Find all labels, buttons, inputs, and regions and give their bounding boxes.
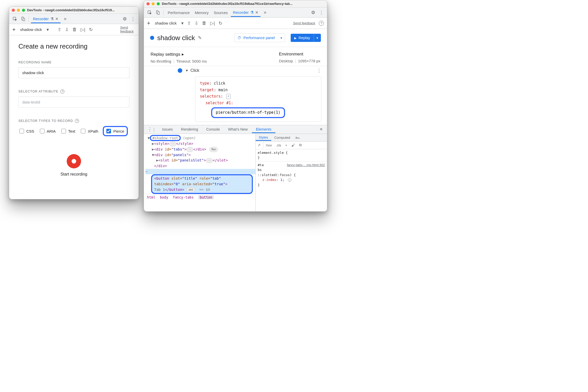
traffic-lights <box>12 9 25 12</box>
checkbox-aria[interactable]: ARIA <box>39 128 56 134</box>
traffic-lights <box>146 2 160 5</box>
crumb-html[interactable]: html <box>147 195 155 199</box>
export-icon[interactable]: ⇧ <box>58 27 61 32</box>
play-icon <box>294 36 297 40</box>
styles-computed-toggle-icon[interactable]: ⧉ <box>297 143 304 147</box>
dom-breadcrumbs[interactable]: html body fancy-tabs button <box>145 194 255 200</box>
step-over-icon[interactable]: ▷| <box>210 20 215 26</box>
step-menu-icon[interactable] <box>317 68 321 73</box>
recording-name[interactable]: shadow click <box>19 27 43 32</box>
crumb-body[interactable]: body <box>160 195 168 199</box>
selector-attribute-input[interactable] <box>18 97 129 108</box>
minimize-window-icon[interactable] <box>17 9 20 12</box>
more-tabs-icon[interactable] <box>262 9 269 16</box>
recording-dropdown-icon[interactable] <box>47 27 49 32</box>
import-icon[interactable]: ⇩ <box>65 27 69 32</box>
more-tabs-icon[interactable] <box>62 15 69 22</box>
maximize-window-icon[interactable] <box>157 2 160 5</box>
styles-tab-computed[interactable]: Computed <box>271 134 293 141</box>
shadow-root-highlight: #shadow-root <box>150 135 181 141</box>
tab-close-icon[interactable]: ✕ <box>255 10 258 15</box>
drawer-tab-rendering[interactable]: Rendering <box>177 126 202 133</box>
styles-new-rule-icon[interactable]: + <box>283 143 289 147</box>
drawer-tab-issues[interactable]: Issues <box>158 126 177 133</box>
settings-gear-icon[interactable] <box>310 9 317 16</box>
delete-icon[interactable]: 🗑 <box>202 20 207 26</box>
start-recording-button[interactable] <box>67 154 81 168</box>
inspect-icon[interactable] <box>11 15 18 22</box>
delete-icon[interactable]: 🗑 <box>72 27 77 32</box>
drawer-tab-elements[interactable]: Elements <box>252 126 275 133</box>
inspect-icon[interactable] <box>146 9 153 16</box>
styles-filter-input[interactable]: F <box>256 142 263 149</box>
step-toggle[interactable]: ▼Click <box>185 68 199 73</box>
maximize-window-icon[interactable] <box>22 9 25 12</box>
recorder-toolbar: shadow click ⇧ ⇩ 🗑 ▷| ↻ Send feedback ? <box>144 18 327 29</box>
styles-cls-toggle[interactable]: .cls <box>274 143 283 147</box>
step-details: type: click target: main selectors: ⬈ se… <box>195 76 321 122</box>
step-over-icon[interactable]: ▷| <box>81 27 85 32</box>
drawer-close-icon[interactable]: ✕ <box>317 127 325 131</box>
crumb-button[interactable]: button <box>198 195 214 199</box>
help-icon[interactable]: ? <box>75 119 79 123</box>
export-icon[interactable]: ⇧ <box>187 20 191 26</box>
replay-speed-icon[interactable]: ↻ <box>89 27 93 32</box>
tab-performance[interactable]: Performance <box>166 8 192 17</box>
send-feedback-link[interactable]: Send feedback <box>120 26 135 33</box>
help-icon[interactable]: ? <box>319 21 324 26</box>
styles-more-tabs-icon[interactable]: » <box>293 135 302 140</box>
style-rules[interactable]: element.style { } #tafancy-tabs-…mo.html… <box>256 149 327 189</box>
new-recording-icon[interactable] <box>12 26 16 33</box>
drawer-menu-icon[interactable]: ⋮ <box>145 126 158 132</box>
tab-recorder[interactable]: Recorder ⚗︎ ✕ <box>231 8 261 17</box>
selector-value-highlight: pierce/button:nth-of-type(1) <box>211 107 285 118</box>
styles-tab-styles[interactable]: Styles <box>256 134 271 141</box>
tab-sources[interactable]: Sources <box>212 8 230 17</box>
settings-gear-icon[interactable] <box>121 15 128 22</box>
device-icon[interactable] <box>154 9 161 16</box>
recorder-toolbar: shadow click ⇧ ⇩ 🗑 ▷| ↻ Send feedback <box>9 24 139 35</box>
drawer-tab-whatsnew[interactable]: What's New <box>224 126 252 133</box>
edit-title-icon[interactable] <box>198 35 202 41</box>
replay-settings-toggle[interactable]: Replay settings <box>151 52 207 57</box>
flask-icon: ⚗︎ <box>50 17 54 21</box>
recording-dropdown-icon[interactable] <box>181 20 184 26</box>
minimize-window-icon[interactable] <box>152 2 155 5</box>
tab-close-icon[interactable]: ✕ <box>55 17 59 21</box>
menu-kebab-icon[interactable] <box>129 15 137 22</box>
tab-memory[interactable]: Memory <box>193 8 211 17</box>
device-icon[interactable] <box>19 15 27 22</box>
replay-speed-icon[interactable]: ↻ <box>219 20 222 26</box>
devtools-tabstrip: Performance Memory Sources Recorder ⚗︎ ✕ <box>144 7 327 18</box>
checkbox-xpath[interactable]: XPath <box>80 128 98 134</box>
menu-kebab-icon[interactable] <box>318 9 325 16</box>
recording-name[interactable]: shadow click <box>154 21 178 25</box>
import-icon[interactable]: ⇩ <box>195 20 198 26</box>
styles-paint-icon[interactable]: 🖌 <box>289 143 297 147</box>
crumb-fancy-tabs[interactable]: fancy-tabs <box>173 195 194 199</box>
drawer-tab-console[interactable]: Console <box>202 126 224 133</box>
help-icon[interactable]: ? <box>60 89 64 94</box>
tab-recorder[interactable]: Recorder ⚗︎ ✕ <box>31 15 61 23</box>
performance-panel-dropdown[interactable] <box>278 33 285 42</box>
checkbox-text[interactable]: Text <box>60 128 75 134</box>
replay-button[interactable]: Replay <box>291 34 314 42</box>
styles-hov-toggle[interactable]: :hov <box>263 143 274 147</box>
recording-name-input[interactable] <box>18 67 129 78</box>
info-icon[interactable]: i <box>288 178 291 182</box>
checkbox-css[interactable]: CSS <box>18 128 34 134</box>
close-window-icon[interactable] <box>146 2 150 5</box>
svg-rect-2 <box>23 18 25 21</box>
replay-dropdown[interactable] <box>314 34 321 42</box>
performance-panel-button[interactable]: ⏱ Performance panel <box>234 33 278 42</box>
inspect-selector-icon[interactable]: ⬈ <box>226 94 231 99</box>
selector-types-label: SELECTOR TYPES TO RECORD ? <box>18 119 129 123</box>
window-title: DevTools - rawgit.com/ebidel/2d2bb0cdec3… <box>27 8 136 12</box>
checkbox-pierce-highlight: Pierce <box>103 126 128 136</box>
dom-tree[interactable]: ▼#shadow-root (open) ▶<style>⋯</style> ▶… <box>144 134 255 212</box>
checkbox-pierce[interactable]: Pierce <box>105 128 124 134</box>
send-feedback-link[interactable]: Send feedback <box>293 21 315 25</box>
new-recording-icon[interactable] <box>147 20 150 27</box>
close-window-icon[interactable] <box>12 9 15 12</box>
start-recording-label: Start recording <box>18 172 129 177</box>
